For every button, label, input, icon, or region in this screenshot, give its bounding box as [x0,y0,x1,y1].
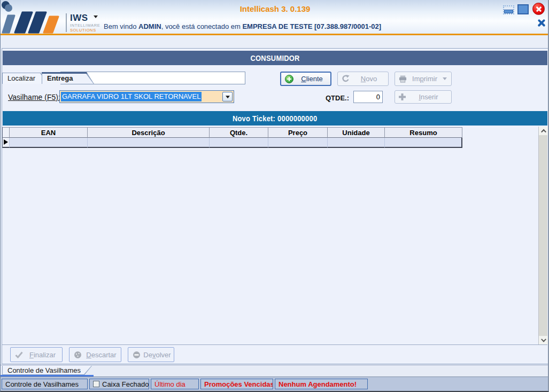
vasilhame-combobox[interactable]: GARRAFA VIDRO 1LT SKOL RETORNAVEL [59,90,234,103]
printer-icon [399,75,407,83]
bottom-tab-strip: Controle de Vasilhames [1,365,549,377]
plus-icon [399,93,406,100]
table-cell-preco[interactable] [268,138,328,148]
qtde-input[interactable] [353,91,383,103]
status-nenhum-agendamento: Nenhum Agendamento! [275,379,368,389]
descartar-button[interactable]: Descartar [69,347,121,362]
imprimir-button[interactable]: Imprimir [395,72,452,86]
column-header-qtde[interactable]: Qtde. [210,127,268,138]
caixa-fechado-checkbox[interactable] [93,381,99,387]
status-ultimo-dia: Último dia [151,379,199,389]
logo-subtitle-2: SOLUTIONS [70,28,100,33]
welcome-message: Bem vindo ADMIN, você está conectado em … [104,22,381,30]
vasilhame-dropdown-button[interactable] [222,92,233,101]
table-cell-descricao[interactable] [88,138,210,148]
close-button[interactable] [532,3,545,15]
column-header-ean[interactable]: EAN [10,127,88,138]
table-cell-qtde[interactable] [210,138,268,148]
logo-dropdown-arrow-icon[interactable] [94,15,98,18]
vertical-scrollbar[interactable] [538,127,547,344]
action-bar: Finalizar Descartar Devolver [2,344,547,364]
tab-controle-de-vasilhames[interactable]: Controle de Vasilhames [2,366,92,375]
column-header-resumo[interactable]: Resumo [385,127,462,138]
vasilhame-label[interactable]: Vasilhame (F5): [8,93,60,101]
app-window: IWS INTELLIWARE SOLUTIONS Intellicash 3.… [0,0,549,392]
status-promocoes-vencidas: Promoções Vencidas! [200,379,273,389]
inserir-button[interactable]: Inserir [395,90,452,104]
column-header-preco[interactable]: Preço [268,127,328,138]
maximize-button[interactable] [517,4,529,14]
status-bar: Controle de Vasilhames Caixa Fechado Últ… [1,377,549,391]
title-bar: IWS INTELLIWARE SOLUTIONS Intellicash 3.… [1,0,549,34]
scroll-up-button[interactable] [539,127,548,135]
devolver-button[interactable]: Devolver [128,347,174,362]
welcome-prefix: Bem vindo [104,22,138,30]
column-header-descricao[interactable]: Descrição [88,127,210,138]
current-row-arrow-icon [4,139,8,145]
welcome-user: ADMIN [138,22,161,30]
column-header-unidade[interactable]: Unidade [328,127,385,138]
scroll-down-button[interactable] [539,336,548,344]
row-indicator-header [3,127,10,138]
logo-subtitle-1: INTELLIWARE [70,23,100,28]
chevron-up-icon [541,129,546,135]
table-cell-ean[interactable] [10,138,88,148]
welcome-middle: , você está conectado em [161,22,243,30]
row-indicator [3,138,10,148]
finalizar-button[interactable]: Finalizar [10,347,63,362]
minimize-button[interactable] [503,5,514,14]
tab-strip: Localizar Entrega [1,35,549,48]
chevron-down-icon [226,96,230,98]
welcome-company: EMPRESA DE TESTE [07.388.987/0001-02] [242,22,381,30]
vasilhame-selected-value: GARRAFA VIDRO 1LT SKOL RETORNAVEL [61,92,202,101]
caixa-fechado-label: Caixa Fechado [102,380,149,388]
ticket-header: Novo Ticket: 0000000000 [3,111,547,126]
refresh-icon [342,75,350,83]
check-icon [15,351,23,358]
items-table: EAN Descrição Qtde. Preço Unidade Resumo [2,127,462,148]
novo-button[interactable]: Novo [337,72,389,86]
table-cell-unidade[interactable] [328,138,385,148]
app-title: Intellicash 3. 0.139 [1,4,549,13]
consumidor-section-header: CONSUMIDOR [3,51,547,65]
add-client-icon [285,75,293,83]
tab-entrega[interactable]: Entrega [42,72,94,84]
discard-icon [74,351,82,359]
status-caixa-fechado: Caixa Fechado [89,379,149,389]
qtde-label: QTDE.: [318,94,349,102]
minus-circle-icon [133,351,141,359]
imprimir-dropdown-arrow-icon[interactable] [443,77,447,80]
session-close-button[interactable] [536,17,547,29]
cliente-button[interactable]: Cliente [280,72,331,86]
status-module: Controle de Vasilhames [2,379,88,389]
chevron-down-icon [541,337,546,342]
table-cell-resumo[interactable] [385,138,462,148]
